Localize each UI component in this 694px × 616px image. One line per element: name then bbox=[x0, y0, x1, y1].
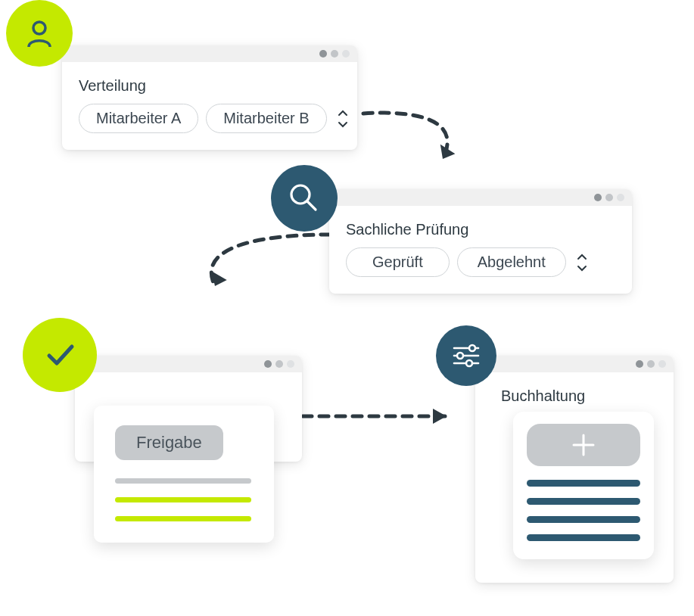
window-dot bbox=[319, 50, 327, 58]
plus-icon bbox=[571, 432, 596, 458]
window-dot bbox=[605, 194, 613, 201]
svg-point-11 bbox=[457, 353, 463, 359]
svg-point-9 bbox=[469, 345, 475, 351]
window-title: Buchhaltung bbox=[501, 387, 657, 405]
list-line bbox=[527, 516, 640, 523]
window-dot bbox=[331, 50, 338, 58]
chevron-up-icon bbox=[338, 110, 348, 117]
title-bar bbox=[475, 356, 674, 372]
svg-marker-0 bbox=[435, 145, 456, 163]
window-dot bbox=[342, 50, 350, 58]
chevron-down-icon bbox=[338, 120, 348, 128]
title-bar bbox=[62, 45, 357, 62]
chevron-up-icon bbox=[577, 254, 587, 261]
chip-geprueft[interactable]: Geprüft bbox=[346, 247, 450, 277]
window-dot bbox=[647, 360, 655, 368]
window-verteilung: Verteilung Mitarbeiter A Mitarbeiter B bbox=[62, 45, 357, 150]
workflow-diagram: Verteilung Mitarbeiter A Mitarbeiter B S bbox=[0, 0, 694, 616]
freigabe-button[interactable]: Freigabe bbox=[115, 425, 223, 460]
window-title: Sachliche Prüfung bbox=[346, 221, 615, 238]
window-buchhaltung: Buchhaltung bbox=[475, 356, 674, 583]
window-dot bbox=[617, 194, 624, 201]
window-dot bbox=[594, 194, 602, 201]
user-icon bbox=[23, 17, 56, 50]
badge-user bbox=[6, 0, 73, 67]
add-button[interactable] bbox=[527, 424, 640, 466]
window-dot bbox=[636, 360, 643, 368]
window-pruefung: Sachliche Prüfung Geprüft Abgelehnt bbox=[329, 189, 632, 294]
stepper[interactable] bbox=[338, 110, 348, 128]
placeholder-line bbox=[115, 516, 251, 521]
window-dot bbox=[287, 360, 294, 368]
svg-marker-1 bbox=[207, 271, 228, 289]
list-line bbox=[527, 534, 640, 541]
placeholder-line bbox=[115, 497, 251, 502]
chip-mitarbeiter-b[interactable]: Mitarbeiter B bbox=[206, 104, 326, 133]
title-bar bbox=[75, 356, 302, 372]
window-dot bbox=[658, 360, 666, 368]
sliders-icon bbox=[450, 339, 483, 372]
svg-marker-2 bbox=[433, 409, 447, 424]
svg-line-5 bbox=[307, 201, 316, 210]
list-line bbox=[527, 480, 640, 487]
freigabe-card: Freigabe bbox=[94, 406, 274, 543]
badge-check bbox=[23, 318, 97, 392]
chevron-down-icon bbox=[577, 264, 587, 272]
chip-mitarbeiter-a[interactable]: Mitarbeiter A bbox=[79, 104, 198, 133]
window-title: Verteilung bbox=[79, 77, 341, 95]
check-icon bbox=[40, 335, 79, 375]
badge-search bbox=[271, 165, 338, 232]
window-dot bbox=[264, 360, 272, 368]
svg-point-3 bbox=[33, 22, 45, 34]
title-bar bbox=[329, 189, 632, 206]
badge-sliders bbox=[436, 325, 496, 386]
placeholder-line bbox=[115, 478, 251, 484]
svg-point-13 bbox=[466, 360, 472, 366]
stepper[interactable] bbox=[577, 254, 587, 272]
list-line bbox=[527, 498, 640, 505]
window-dot bbox=[275, 360, 283, 368]
search-icon bbox=[287, 181, 322, 216]
chip-abgelehnt[interactable]: Abgelehnt bbox=[457, 247, 566, 277]
